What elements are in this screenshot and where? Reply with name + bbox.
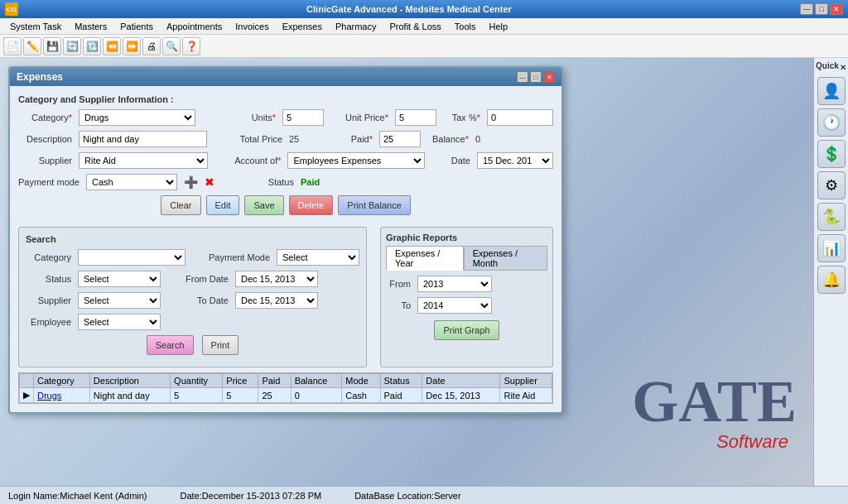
supplier-select[interactable]: Rite Aid xyxy=(79,152,208,169)
account-of-select[interactable]: Employees Expenses xyxy=(287,152,424,169)
form-row-4: Payment mode Cash ➕ ✖ Status Paid xyxy=(18,174,553,190)
table-body: ▶ Drugs Night and day 5 5 25 0 Cash Paid… xyxy=(20,388,552,403)
search-employee-label: Employee xyxy=(26,317,71,327)
search-row-1: Category Drugs Payment Mode Select Cash xyxy=(26,249,359,266)
search-status-select[interactable]: Select Paid Unpaid xyxy=(78,271,161,287)
form-row-1: Category Drugs Units Unit Price Tax % xyxy=(18,109,553,126)
search-title: Search xyxy=(26,234,359,244)
search-from-date-select[interactable]: Dec 15, 2013 xyxy=(235,271,318,287)
add-payment-icon[interactable]: ➕ xyxy=(184,175,198,189)
col-header-category: Category xyxy=(34,374,90,388)
graphic-to-row: To 2014 2013 2015 xyxy=(386,297,547,314)
graphic-title: Graphic Reports xyxy=(386,233,547,242)
toolbar-btn-2[interactable]: ✏️ xyxy=(23,37,41,55)
form-row-2: Description Total Price 25 Paid Balance … xyxy=(18,131,553,147)
quick-btn-snake[interactable]: 🐍 xyxy=(817,203,846,231)
maximize-button[interactable]: □ xyxy=(815,3,828,15)
table-row[interactable]: ▶ Drugs Night and day 5 5 25 0 Cash Paid… xyxy=(20,388,552,403)
menu-expenses[interactable]: Expenses xyxy=(276,20,329,33)
quick-btn-user[interactable]: 👤 xyxy=(817,77,846,105)
toolbar-btn-10[interactable]: ❓ xyxy=(182,37,200,55)
toolbar-btn-1[interactable]: 📄 xyxy=(3,37,22,55)
toolbar-btn-5[interactable]: 🔃 xyxy=(83,37,101,55)
search-button[interactable]: Search xyxy=(147,335,194,355)
toolbar-btn-7[interactable]: ⏩ xyxy=(123,37,141,55)
save-button[interactable]: Save xyxy=(244,195,283,215)
dialog-maximize-btn[interactable]: □ xyxy=(530,71,542,83)
search-row-4: Employee Select xyxy=(26,314,359,330)
toolbar-btn-8[interactable]: 🖨 xyxy=(142,37,161,55)
graphic-print-row: Print Graph xyxy=(386,320,547,340)
paid-label: Paid xyxy=(344,134,373,144)
tab-expenses-year[interactable]: Expenses / Year xyxy=(386,246,464,271)
menu-invoices[interactable]: Invoices xyxy=(229,20,275,33)
payment-mode-select[interactable]: Cash xyxy=(86,174,177,190)
status-value: Paid xyxy=(301,177,320,187)
edit-button[interactable]: Edit xyxy=(206,195,240,215)
search-category-select[interactable]: Drugs xyxy=(78,249,186,266)
payment-mode-label: Payment mode xyxy=(18,177,80,187)
close-button[interactable]: ✕ xyxy=(830,3,843,15)
search-supplier-select[interactable]: Select Rite Aid xyxy=(78,292,161,309)
toolbar-btn-9[interactable]: 🔍 xyxy=(162,37,181,55)
units-input[interactable] xyxy=(282,109,324,126)
quick-panel-title: Quick xyxy=(816,61,839,70)
status-label: Status xyxy=(261,177,294,187)
paid-input[interactable] xyxy=(379,131,421,147)
supplier-label: Supplier xyxy=(18,156,72,166)
quick-close-icon[interactable]: ✕ xyxy=(840,63,846,72)
search-payment-mode-select[interactable]: Select Cash xyxy=(277,249,359,266)
tab-bar: Expenses / Year Expenses / Month xyxy=(386,246,547,271)
tab-expenses-month[interactable]: Expenses / Month xyxy=(464,246,547,271)
quick-btn-bell[interactable]: 🔔 xyxy=(817,266,846,294)
graphic-to-select[interactable]: 2014 2013 2015 xyxy=(417,297,492,314)
search-employee-select[interactable]: Select xyxy=(78,314,161,330)
toolbar-btn-3[interactable]: 💾 xyxy=(43,37,61,55)
description-input[interactable] xyxy=(79,131,207,147)
quick-panel: Quick ✕ 👤 🕐 💲 ⚙ 🐍 📊 🔔 xyxy=(813,58,848,486)
graphic-from-select[interactable]: 2013 2012 2014 xyxy=(417,276,492,292)
total-price-label: Total Price xyxy=(229,134,282,144)
tax-input[interactable] xyxy=(487,109,553,126)
search-buttons-row: Search Print xyxy=(26,335,359,355)
del-payment-icon[interactable]: ✖ xyxy=(205,175,214,189)
col-header-indicator xyxy=(20,374,34,388)
print-graph-button[interactable]: Print Graph xyxy=(434,320,499,340)
search-payment-mode-label: Payment Mode xyxy=(204,252,270,262)
expenses-dialog: Expenses — □ ✕ Category and Supplier Inf… xyxy=(8,66,563,414)
unit-price-label: Unit Price xyxy=(330,113,388,122)
menu-profit-loss[interactable]: Profit & Loss xyxy=(383,20,448,33)
quick-btn-settings[interactable]: ⚙ xyxy=(817,171,846,199)
menu-appointments[interactable]: Appointments xyxy=(160,20,229,33)
dialog-close-btn[interactable]: ✕ xyxy=(543,71,555,83)
clear-button[interactable]: Clear xyxy=(161,195,200,215)
unit-price-input[interactable] xyxy=(395,109,436,126)
description-label: Description xyxy=(18,134,72,144)
minimize-button[interactable]: — xyxy=(800,3,813,15)
form-row-3: Supplier Rite Aid Account of Employees E… xyxy=(18,152,553,169)
col-header-supplier: Supplier xyxy=(500,374,552,388)
toolbar-btn-6[interactable]: ⏪ xyxy=(103,37,121,55)
graphic-from-row: From 2013 2012 2014 xyxy=(386,276,547,292)
row-quantity: 5 xyxy=(171,388,223,403)
quick-btn-dollar[interactable]: 💲 xyxy=(817,140,846,168)
category-select[interactable]: Drugs xyxy=(79,109,195,126)
toolbar-btn-4[interactable]: 🔄 xyxy=(63,37,81,55)
menu-system-task[interactable]: System Task xyxy=(3,20,68,33)
menu-patients[interactable]: Patients xyxy=(113,20,160,33)
dialog-overlay: Expenses — □ ✕ Category and Supplier Inf… xyxy=(0,58,580,486)
menu-help[interactable]: Help xyxy=(483,20,515,33)
tax-label: Tax % xyxy=(443,113,480,122)
search-to-date-select[interactable]: Dec 15, 2013 xyxy=(235,292,318,309)
print-button[interactable]: Print xyxy=(202,335,239,355)
search-status-label: Status xyxy=(26,274,71,284)
menu-masters[interactable]: Masters xyxy=(68,20,113,33)
print-balance-button[interactable]: Print Balance xyxy=(338,195,410,215)
quick-btn-chart[interactable]: 📊 xyxy=(817,234,846,262)
date-select[interactable]: 15 Dec. 201 xyxy=(477,152,553,169)
delete-button[interactable]: Delete xyxy=(289,195,334,215)
dialog-minimize-btn[interactable]: — xyxy=(517,71,528,83)
menu-pharmacy[interactable]: Pharmacy xyxy=(329,20,383,33)
menu-tools[interactable]: Tools xyxy=(448,20,483,33)
quick-btn-clock[interactable]: 🕐 xyxy=(817,108,846,137)
